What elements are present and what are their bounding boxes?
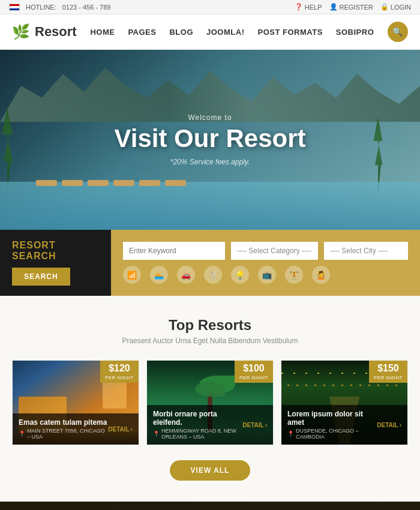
resorts-container: 🌿 $120 PER NIGHT bbox=[12, 360, 408, 445]
logo-icon: 🌿 bbox=[12, 23, 30, 40]
cities-section: Top Cities In Asia Consectetur Adipisici… bbox=[0, 502, 420, 510]
gym-icon[interactable]: 🏋 bbox=[285, 266, 303, 284]
city-silhouette bbox=[300, 508, 420, 510]
cities-silhouette-container bbox=[288, 502, 420, 510]
resort-footer-1: Emas catem tulam pitema 📍 MAIN STREET 70… bbox=[19, 418, 133, 440]
pin-icon-1: 📍 bbox=[19, 431, 25, 437]
price-amount-1: $120 bbox=[105, 363, 134, 374]
register-icon: 👤 bbox=[329, 3, 338, 11]
resort-card-2: $100 PER NIGHT Morbi ornare porta eleife… bbox=[146, 360, 274, 445]
phone-number: 0123 - 456 - 789 bbox=[62, 4, 111, 11]
view-all-button[interactable]: VIEW ALL bbox=[170, 460, 251, 481]
top-bar-right: ❓ HELP 👤 REGISTER 🔒 LOGIN bbox=[295, 3, 411, 11]
price-badge-3: $150 PER NIGHT bbox=[369, 361, 407, 383]
detail-link-2[interactable]: DETAIL › bbox=[242, 422, 267, 428]
resort-name-1: Emas catem tulam pitema bbox=[19, 418, 108, 427]
arrow-icon-2: › bbox=[265, 422, 267, 428]
resorts-grid: $120 PER NIGHT Emas catem tulam pitema 📍… bbox=[12, 360, 408, 445]
tv-icon[interactable]: 📺 bbox=[258, 266, 276, 284]
lock-icon: 🔒 bbox=[380, 3, 389, 11]
category-select[interactable]: ---- Select Category ---- bbox=[231, 242, 318, 260]
register-label: REGISTER bbox=[340, 4, 373, 11]
nav-sobipro[interactable]: SOBIPRO bbox=[336, 28, 374, 37]
lamp-icon[interactable]: 💡 bbox=[231, 266, 249, 284]
search-inputs: ---- Select Category ---- ---- Select Ci… bbox=[123, 242, 408, 260]
nav-home[interactable]: HOME bbox=[90, 28, 115, 37]
help-icon: ❓ bbox=[295, 3, 303, 11]
login-label: LOGIN bbox=[391, 4, 411, 11]
nav-blog[interactable]: BLOG bbox=[169, 28, 193, 37]
resort-address-text-2: HEMMINGWAY ROAD 8, NEW ORLEANS – USA bbox=[161, 428, 242, 440]
resorts-subtitle: Praesent Auctor Urna Eget Nulla Bibendum… bbox=[12, 337, 408, 345]
price-label-2: PER NIGHT bbox=[239, 375, 268, 380]
keyword-input[interactable] bbox=[123, 242, 225, 260]
resort-name-address-1: Emas catem tulam pitema 📍 MAIN STREET 70… bbox=[19, 418, 108, 440]
hero-section: Welcome to Visit Our Resort *20% Service… bbox=[0, 50, 420, 230]
help-link[interactable]: ❓ HELP bbox=[295, 3, 322, 11]
resort-address-text-1: MAIN STREET 7058, CHICAGO – USA bbox=[27, 428, 108, 440]
top-bar: HOTLINE: 0123 - 456 - 789 ❓ HELP 👤 REGIS… bbox=[0, 0, 420, 14]
detail-link-3[interactable]: DETAIL › bbox=[377, 422, 401, 428]
resort-address-3: 📍 DUSPENDE, CHICAGO – CAMBODIA bbox=[287, 428, 377, 440]
price-label-1: PER NIGHT bbox=[105, 375, 134, 380]
resorts-title: Top Resorts bbox=[12, 317, 408, 334]
detail-label-1: DETAIL bbox=[108, 426, 129, 433]
help-label: HELP bbox=[305, 4, 322, 11]
pin-icon-3: 📍 bbox=[287, 431, 294, 437]
search-left-panel: RESORT SEARCH SEARCH bbox=[0, 230, 111, 296]
logo-text: Resort bbox=[35, 24, 77, 40]
hero-welcome-text: Welcome to bbox=[188, 113, 232, 122]
search-right-panel: ---- Select Category ---- ---- Select Ci… bbox=[111, 230, 420, 296]
resort-address-text-3: DUSPENDE, CHICAGO – CAMBODIA bbox=[296, 428, 377, 440]
resort-footer-3: Lorem ipsum dolor sit amet 📍 DUSPENDE, C… bbox=[287, 410, 401, 440]
amenity-icons: 📶 🏊 🚗 🍴 💡 📺 🏋 💆 bbox=[123, 266, 408, 284]
resort-address-1: 📍 MAIN STREET 7058, CHICAGO – USA bbox=[19, 428, 108, 440]
nav-pages[interactable]: PAGES bbox=[128, 28, 156, 37]
search-panel-title: RESORT SEARCH bbox=[12, 240, 99, 262]
arrow-icon-3: › bbox=[400, 422, 401, 428]
detail-label-3: DETAIL bbox=[377, 422, 398, 428]
resort-card-3: $150 PER NIGHT Lorem ipsum dolor sit ame… bbox=[281, 360, 408, 445]
price-amount-2: $100 bbox=[239, 363, 268, 374]
resort-footer-2: Morbi ornare porta eleifend. 📍 HEMMINGWA… bbox=[153, 410, 267, 440]
resort-address-2: 📍 HEMMINGWAY ROAD 8, NEW ORLEANS – USA bbox=[153, 428, 242, 440]
hero-subtitle: *20% Service fees apply. bbox=[170, 158, 250, 166]
wifi-icon[interactable]: 📶 bbox=[123, 266, 141, 284]
resort-card-1: $120 PER NIGHT Emas catem tulam pitema 📍… bbox=[12, 360, 139, 445]
price-badge-2: $100 PER NIGHT bbox=[235, 361, 273, 383]
main-nav: HOME PAGES BLOG JOOMLA! POST FORMATS SOB… bbox=[90, 28, 374, 37]
car-icon[interactable]: 🚗 bbox=[177, 266, 195, 284]
resort-info-1: Emas catem tulam pitema 📍 MAIN STREET 70… bbox=[13, 413, 139, 445]
pool-icon[interactable]: 🏊 bbox=[150, 266, 168, 284]
arrow-icon-1: › bbox=[131, 426, 133, 433]
resort-info-2: Morbi ornare porta eleifend. 📍 HEMMINGWA… bbox=[147, 405, 273, 445]
detail-link-1[interactable]: DETAIL › bbox=[108, 426, 133, 433]
header-search-button[interactable]: 🔍 bbox=[388, 22, 408, 42]
hero-content: Welcome to Visit Our Resort *20% Service… bbox=[0, 50, 420, 230]
search-main-button[interactable]: SEARCH bbox=[12, 268, 70, 286]
hero-title: Visit Our Resort bbox=[115, 125, 306, 152]
spa-icon[interactable]: 💆 bbox=[312, 266, 330, 284]
city-select[interactable]: ---- Select City ---- bbox=[324, 242, 408, 260]
pin-icon-2: 📍 bbox=[153, 431, 160, 437]
restaurant-icon[interactable]: 🍴 bbox=[204, 266, 222, 284]
resort-info-3: Lorem ipsum dolor sit amet 📍 DUSPENDE, C… bbox=[281, 405, 407, 445]
header: 🌿 Resort HOME PAGES BLOG JOOMLA! POST FO… bbox=[0, 14, 420, 50]
phone-label: HOTLINE: bbox=[26, 4, 56, 11]
resort-name-address-3: Lorem ipsum dolor sit amet 📍 DUSPENDE, C… bbox=[287, 410, 377, 440]
uk-flag-icon bbox=[9, 4, 20, 11]
resorts-section: Top Resorts Praesent Auctor Urna Eget Nu… bbox=[0, 296, 420, 502]
nav-joomla[interactable]: JOOMLA! bbox=[206, 28, 244, 37]
logo: 🌿 Resort bbox=[12, 23, 77, 40]
login-link[interactable]: 🔒 LOGIN bbox=[380, 3, 411, 11]
resort-name-address-2: Morbi ornare porta eleifend. 📍 HEMMINGWA… bbox=[153, 410, 242, 440]
price-badge-1: $120 PER NIGHT bbox=[100, 361, 139, 383]
search-section: RESORT SEARCH SEARCH ---- Select Categor… bbox=[0, 230, 420, 296]
nav-post-formats[interactable]: POST FORMATS bbox=[257, 28, 322, 37]
resort-name-2: Morbi ornare porta eleifend. bbox=[153, 410, 242, 427]
price-amount-3: $150 bbox=[374, 363, 403, 374]
top-bar-left: HOTLINE: 0123 - 456 - 789 bbox=[9, 4, 110, 11]
price-label-3: PER NIGHT bbox=[374, 375, 403, 380]
detail-label-2: DETAIL bbox=[242, 422, 263, 428]
register-link[interactable]: 👤 REGISTER bbox=[329, 3, 373, 11]
